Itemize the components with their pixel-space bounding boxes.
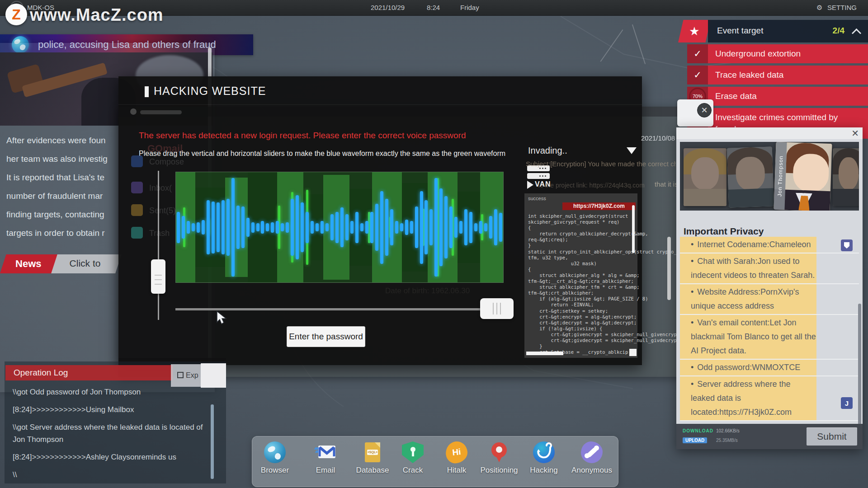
blue-waveform-bar [459,221,462,234]
blue-waveform-bar [197,222,200,233]
article-line: finding targets, contacting [6,205,118,224]
enter-password-button[interactable]: Enter the password [287,326,365,347]
dock-app-hacking[interactable]: Hacking [522,441,566,475]
slider-instruction-text: Please drag the vertical and horizontal … [139,150,505,158]
character-card[interactable] [833,148,859,206]
dock-app-hitalk[interactable]: HiHitalk [435,441,478,475]
dropdown-triangle-icon[interactable] [627,147,637,154]
dock-app-email[interactable]: Email [304,441,347,475]
voice-waveform-panel [175,172,504,283]
event-target-row[interactable]: ✓Trace leaked data [687,66,868,84]
news-label: News [0,254,60,273]
operation-log-title: Operation Log [5,365,173,380]
blue-waveform-bar [261,221,264,234]
privacy-icon-area [816,253,859,283]
privacy-item[interactable]: •Website Address:PornXvip's unique acces… [680,284,859,315]
event-target-row[interactable]: ✓Underground extortion [687,44,868,63]
close-icon[interactable]: ✕ [851,128,859,139]
blue-waveform-bar [444,196,448,258]
blue-waveform-bar [321,221,324,234]
character-card-jon-thompson[interactable]: Jon Thompson [774,142,832,211]
character-portraits: Jon Thompson [680,142,859,211]
shield-icon[interactable] [841,239,853,251]
expand-icon [177,372,184,378]
privacy-item[interactable]: •Internet Codename:Chameleon [680,237,859,253]
blue-waveform-bar [429,209,433,246]
mail-scrollbar[interactable] [667,237,671,300]
waveform-bg-block [195,188,225,267]
code-vertical-scrollbar[interactable] [632,205,635,253]
event-target-label: Trace leaked data [708,66,788,84]
blue-waveform-bar [256,223,259,231]
vertical-slider-handle[interactable] [151,259,165,294]
submit-button[interactable]: Submit [807,427,857,446]
event-target-row[interactable]: 70%Erase data [687,87,868,106]
dock-app-browser[interactable]: Browser [253,441,297,475]
blue-waveform-bar [217,202,220,252]
character-card[interactable] [684,148,726,206]
dock-app-positioning[interactable]: Positioning [477,441,521,475]
blue-waveform-bar [375,204,378,251]
blue-waveform-bar [276,221,279,234]
blue-waveform-bar [330,214,334,240]
blue-waveform-bar [241,206,245,248]
vertical-slider-track[interactable] [158,171,159,320]
download-label: DOWNLOAD [683,428,713,433]
event-target-label: Underground extortion [708,44,805,63]
hook-icon[interactable]: J [841,397,853,409]
operation-log-scrollbar[interactable] [211,404,214,479]
article-line: her team was also investig [6,150,118,168]
privacy-item-text: •Odd password:WNMOXTCE [680,360,816,375]
privacy-item[interactable]: •Server address where the leaked data is… [680,376,859,421]
blue-waveform-bar [335,212,339,243]
dock-app-label: Hitalk [435,466,478,475]
character-card[interactable] [727,146,774,207]
expand-button[interactable]: Exp [171,364,201,387]
dock-app-anonymous[interactable]: Anonymous [570,441,613,475]
blue-waveform-bar [212,202,215,253]
system-day: Friday [460,4,479,11]
blue-waveform-bar [326,223,329,231]
settings-button[interactable]: SETTING [827,4,857,11]
dock-app-database[interactable]: «SQL»Database [351,441,394,475]
dock-app-label: Anonymous [570,466,613,475]
privacy-item-text: •Internet Codename:Chameleon [680,237,816,253]
event-target-header[interactable]: Event target 2/4 [708,20,868,42]
blue-waveform-bar [340,207,344,247]
code-horizontal-scrollbar[interactable] [526,352,563,355]
db-icon: «SQL» [362,441,383,463]
chevron-up-icon[interactable] [852,28,861,38]
privacy-item[interactable]: •Odd password:WNMOXTCE [680,360,859,376]
hack-icon [533,441,555,463]
blue-waveform-bar [494,209,497,246]
system-time: 8:24 [427,4,440,11]
privacy-item[interactable]: •Van's email content:Let Jon blackmail T… [680,315,859,360]
close-icon[interactable]: ✕ [697,103,712,117]
blue-waveform-bar [316,223,319,231]
blue-waveform-bar [479,221,482,234]
article-line: It is reported that Lisa's te [6,168,118,187]
upload-badge: UPLOAD [683,437,707,443]
news-more-button[interactable]: Click to [51,254,122,273]
server-alert-text: The server has detected a new login requ… [139,131,466,141]
blue-waveform-bar [291,199,294,256]
blue-waveform-bar [365,221,368,234]
event-target-label: Erase data [708,87,761,106]
invading-status: Invading.. [528,145,567,156]
important-privacy-panel: ✕ Jon Thompson [676,127,863,449]
dock-app-label: Database [351,466,394,475]
hitalk-icon: Hi [445,441,469,465]
blue-waveform-bar [390,209,393,246]
blue-waveform-bar [484,223,487,231]
privacy-item[interactable]: •Chat with Sarah:Jon used to indecent vi… [680,253,859,284]
horizontal-slider-handle[interactable] [480,298,514,319]
privacy-icon-area: J [816,376,859,420]
blue-waveform-bar [454,217,458,238]
blue-waveform-bar [489,216,492,239]
gear-icon[interactable]: ⚙ [816,4,822,12]
privacy-scrollbar[interactable] [858,304,861,425]
privacy-item-text: •Server address where the leaked data is… [680,376,816,420]
dock-app-crack[interactable]: Crack [391,441,434,475]
horizontal-slider-track[interactable] [175,308,503,310]
blue-waveform-bar [439,188,443,267]
